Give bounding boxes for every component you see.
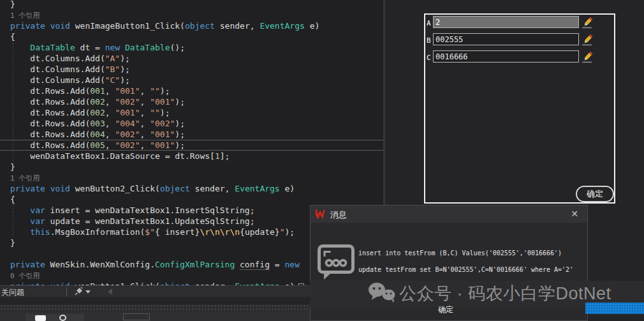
sql-insert-text: insert into testFrom (B,C) Values('00255… xyxy=(358,250,562,257)
search-pill[interactable] xyxy=(35,315,46,321)
sql-update-text: update testFrom set B=N'002555',C=N'0016… xyxy=(358,266,573,273)
toolbar-segment xyxy=(26,314,84,321)
code-line[interactable]: { xyxy=(0,31,383,42)
toolbar-separator xyxy=(66,288,67,296)
code-line[interactable]: } xyxy=(0,0,383,10)
dotted-strip xyxy=(0,304,311,311)
magnifier-icon[interactable] xyxy=(59,315,66,321)
wenskin-logo-icon xyxy=(314,208,326,222)
code-line[interactable]: DataTable dt = new DataTable(); xyxy=(0,42,383,53)
code-line[interactable]: { xyxy=(0,194,383,205)
edit-pencil-icon[interactable] xyxy=(581,50,594,63)
field-label-b: B xyxy=(427,36,431,45)
screen: }1 个引用private void wenImageButton1_Click… xyxy=(0,0,644,321)
code-line[interactable]: dt.Rows.Add(001, "001", ""); xyxy=(0,86,383,96)
field-input-b[interactable] xyxy=(433,33,579,45)
dialog-ok-button[interactable]: 确定 xyxy=(438,304,453,315)
edit-pencil-icon[interactable] xyxy=(581,16,594,29)
code-line[interactable]: 1 个引用 xyxy=(0,172,383,183)
code-line[interactable]: dt.Rows.Add(002, "002", "001"); xyxy=(0,96,383,107)
code-line[interactable]: private void wenButton2_Click(object sen… xyxy=(0,183,383,194)
code-line[interactable]: } xyxy=(0,161,383,172)
field-label-c: C xyxy=(427,54,431,62)
dialog-title: 消息 xyxy=(330,209,347,221)
back-arrow-icon[interactable] xyxy=(108,288,112,295)
wechat-icon xyxy=(367,281,397,306)
dropdown-arrow-icon[interactable] xyxy=(85,290,91,294)
code-line[interactable]: dt.Rows.Add(005, "002", "001"); xyxy=(0,140,383,151)
field-input-c[interactable] xyxy=(433,50,579,63)
code-line[interactable]: wenDataTextBox1.DataSource = dt.Rows[1]; xyxy=(0,151,383,161)
field-label-a: A xyxy=(427,19,431,27)
code-line[interactable]: dt.Columns.Add("C"); xyxy=(0,75,383,86)
close-icon[interactable]: ✕ xyxy=(571,209,578,219)
code-line[interactable]: dt.Columns.Add("A"); xyxy=(0,53,383,64)
code-line[interactable]: 1 个引用 xyxy=(0,10,383,20)
dialog-titlebar[interactable]: 消息 ✕ xyxy=(311,205,587,223)
code-line[interactable]: dt.Columns.Add("B"); xyxy=(0,64,383,75)
code-line[interactable]: dt.Rows.Add(003, "004", "002"); xyxy=(0,118,383,129)
toolbar-input-box[interactable] xyxy=(123,313,150,320)
clear-broom-icon[interactable] xyxy=(74,287,83,298)
statusbar-gap xyxy=(0,297,311,304)
code-line[interactable]: dt.Rows.Add(004, "002", "001"); xyxy=(0,129,383,140)
field-input-a[interactable] xyxy=(433,16,579,28)
problems-bar: 关问题 xyxy=(0,285,311,297)
code-line[interactable]: private void wenImageButton1_Click(objec… xyxy=(0,20,383,31)
edit-pencil-icon[interactable] xyxy=(581,33,594,46)
problems-tab-label[interactable]: 关问题 xyxy=(1,287,24,298)
watermark-text: 公众号 · 码农小白学DotNet xyxy=(399,282,611,305)
watermark: 公众号 · 码农小白学DotNet xyxy=(367,281,611,306)
message-bubble-icon xyxy=(317,244,355,283)
bottom-toolbar xyxy=(0,311,311,321)
code-line[interactable]: dt.Rows.Add(002, "001", ""); xyxy=(0,107,383,118)
panel-ok-button[interactable]: 确定 xyxy=(576,186,614,202)
